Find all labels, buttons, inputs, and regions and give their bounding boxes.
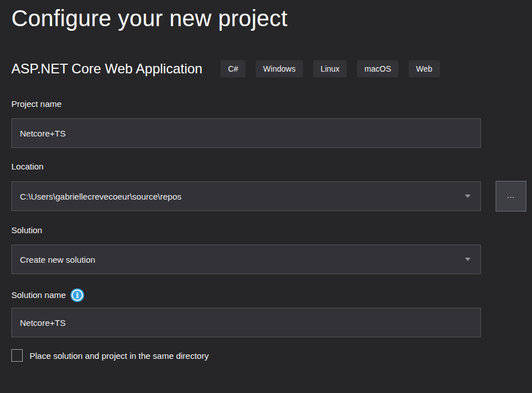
template-tags: C# Windows Linux macOS Web [221,60,439,77]
location-value: C:\Users\gabriellecrevecoeur\source\repo… [20,192,181,201]
template-name: ASP.NET Core Web Application [11,61,202,77]
location-combobox[interactable]: C:\Users\gabriellecrevecoeur\source\repo… [11,181,481,211]
solution-name-field: Solution name i [11,289,532,337]
page-title: Configure your new project [11,5,532,32]
tag-windows: Windows [256,60,303,77]
project-name-field: Project name [11,99,532,148]
project-name-input[interactable] [11,118,481,148]
solution-value: Create new solution [20,255,95,264]
solution-name-input[interactable] [11,308,481,337]
project-name-label: Project name [11,99,532,109]
template-info-row: ASP.NET Core Web Application C# Windows … [11,60,532,77]
location-field: Location C:\Users\gabriellecrevecoeur\so… [11,162,532,212]
solution-name-label-row: Solution name i [11,289,532,301]
location-label: Location [11,162,532,172]
chevron-down-icon [465,258,471,261]
same-directory-checkbox-row[interactable]: Place solution and project in the same d… [11,349,532,362]
tag-web: Web [409,60,440,77]
tag-csharp: C# [221,60,246,77]
same-directory-checkbox-label: Place solution and project in the same d… [30,351,209,361]
solution-field: Solution Create new solution [11,225,532,274]
solution-label: Solution [11,225,532,235]
chevron-down-icon [465,195,471,198]
solution-combobox[interactable]: Create new solution [11,245,481,274]
tag-linux: Linux [313,60,347,77]
browse-button[interactable]: ... [496,181,526,212]
same-directory-checkbox[interactable] [11,349,23,362]
solution-name-label: Solution name [11,290,66,300]
configure-project-dialog: Configure your new project ASP.NET Core … [0,5,532,362]
tag-macos: macOS [357,60,398,77]
info-icon[interactable]: i [72,289,83,301]
location-row: C:\Users\gabriellecrevecoeur\source\repo… [11,181,532,212]
info-icon-glyph: i [76,292,78,299]
